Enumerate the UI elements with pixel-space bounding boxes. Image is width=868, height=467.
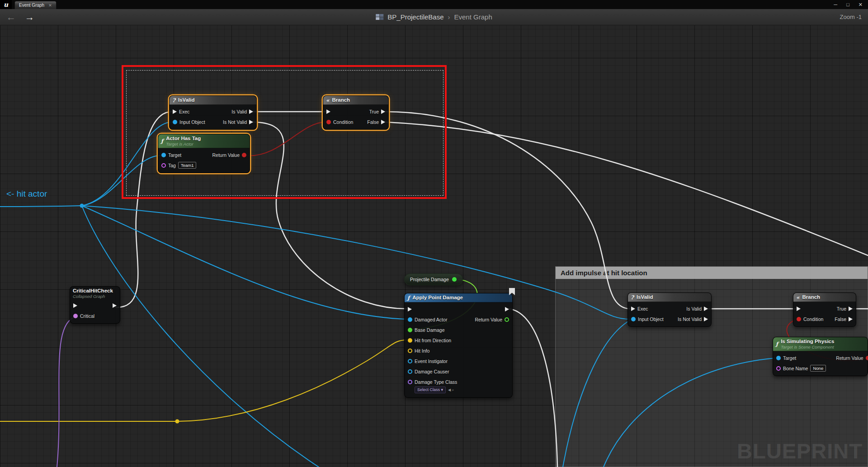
question-icon: ?: [631, 295, 634, 300]
pin-row: False: [831, 315, 856, 323]
hit-info-pin-icon[interactable]: [408, 349, 412, 353]
pin-row: Is Not Valid: [675, 315, 711, 323]
bone-name-pin-icon[interactable]: [776, 366, 781, 371]
node-projectile-damage[interactable]: Projectile Damage: [404, 274, 463, 285]
node-is-simulating-physics[interactable]: ƒIs Simulating PhysicsTarget is Scene Co…: [773, 337, 868, 376]
unreal-logo-icon: u: [0, 0, 12, 9]
pin-label: Critical: [80, 313, 94, 319]
pin-row: Base Damage: [405, 325, 460, 334]
forward-button[interactable]: →: [25, 12, 34, 22]
pin-row: Is Valid: [675, 304, 711, 313]
hit-from-direction-pin-icon[interactable]: [408, 338, 412, 343]
exec-pin-icon[interactable]: [704, 307, 708, 311]
exec-pin-icon[interactable]: [505, 307, 509, 311]
back-button[interactable]: ←: [6, 12, 16, 22]
exec-pin-icon[interactable]: [631, 307, 635, 311]
window-controls: ─ □ ✕: [828, 0, 868, 9]
node-title: Projectile Damage: [410, 277, 449, 282]
node-header: CriticalHitCheckCollapsed Graph: [70, 287, 120, 299]
damage-type-class-pin-icon[interactable]: [408, 380, 412, 384]
pin-label: Event Instigator: [415, 359, 448, 364]
pin-label: Damaged Actor: [415, 317, 447, 322]
base-damage-pin-icon[interactable]: [408, 328, 412, 332]
breadcrumb-current[interactable]: Event Graph: [454, 13, 492, 21]
pin-row: Damage Causer: [405, 367, 460, 376]
target-pin-icon[interactable]: [776, 356, 781, 360]
tab-title: Event Graph: [19, 3, 44, 8]
close-button[interactable]: ✕: [859, 2, 863, 8]
pin-row: Target: [773, 354, 829, 362]
node-title: Is Simulating Physics: [781, 339, 834, 344]
pin-label: Damage Causer: [415, 369, 449, 374]
exec-pin-icon[interactable]: [704, 317, 708, 321]
breadcrumb-root[interactable]: BP_ProjectileBase: [387, 13, 443, 21]
tab-bar: u Event Graph ✕ ─ □ ✕: [0, 0, 868, 9]
node-title: IsValid: [637, 294, 653, 300]
node-subtitle: Collapsed Graph: [73, 294, 113, 299]
event-graph-canvas[interactable]: Add impulse at hit location BLUEPRINT <-…: [0, 0, 868, 467]
maximize-button[interactable]: □: [846, 2, 849, 7]
damage-causer-pin-icon[interactable]: [408, 369, 412, 374]
damaged-actor-pin-icon[interactable]: [408, 317, 412, 322]
pin-row: Bone NameNone: [773, 364, 829, 373]
tab-event-graph[interactable]: Event Graph ✕: [14, 1, 57, 9]
pin-row: [472, 305, 512, 313]
return-value-pin-icon[interactable]: [866, 356, 868, 360]
pin-row: Return Value: [833, 354, 868, 362]
pin-label: Exec: [637, 306, 648, 311]
pin-row: Damaged Actor: [405, 315, 460, 324]
node-header: ƒApply Point Damage: [405, 293, 512, 302]
class-selector-icons: ◀ ⌕: [448, 388, 454, 392]
data-pin-icon[interactable]: [452, 277, 457, 282]
exec-pin-icon[interactable]: [849, 307, 853, 311]
event-instigator-pin-icon[interactable]: [408, 359, 412, 363]
pin-row: Return Value: [472, 315, 512, 324]
pin-row: [793, 304, 826, 313]
zoom-level: Zoom -1: [840, 14, 862, 20]
input-object-pin-icon[interactable]: [631, 317, 636, 321]
node-branch-2[interactable]: «BranchConditionTrueFalse: [793, 292, 856, 327]
return-value-pin-icon[interactable]: [505, 317, 509, 322]
node-title: Apply Point Damage: [412, 295, 463, 301]
node-title: Branch: [802, 294, 821, 300]
pin-value-field[interactable]: None: [810, 365, 826, 372]
graph-toolbar: ← → BP_ProjectileBase › Event Graph Zoom…: [0, 9, 868, 25]
pin-label: Return Value: [475, 317, 502, 322]
condition-pin-icon[interactable]: [797, 317, 801, 321]
node-header: ?IsValid: [628, 293, 711, 302]
pin-label: Is Valid: [686, 306, 702, 311]
pin-label: Input Object: [638, 316, 664, 322]
node-isvalid-2[interactable]: ?IsValidExecInput ObjectIs ValidIs Not V…: [627, 292, 712, 327]
exec-pin-icon[interactable]: [797, 307, 801, 311]
pin-label: Damage Type Class: [415, 379, 457, 385]
node-critical-hit-check[interactable]: CriticalHitCheckCollapsed GraphCritical: [70, 286, 120, 324]
pin-label: Condition: [803, 316, 823, 322]
pin-row: Input Object: [628, 315, 667, 323]
pin-row: Hit Info: [405, 346, 460, 355]
node-title: CriticalHitCheck: [73, 288, 113, 294]
class-selector-dropdown[interactable]: Select Class ▾: [415, 387, 446, 393]
pin-label: Return Value: [836, 355, 863, 361]
minimize-button[interactable]: ─: [834, 2, 837, 7]
pin-label: Bone Name: [783, 366, 808, 371]
node-header: ƒIs Simulating PhysicsTarget is Scene Co…: [773, 337, 868, 351]
breadcrumb-separator: ›: [448, 13, 450, 21]
pin-row: Damage Type ClassSelect Class ▾◀ ⌕: [405, 377, 460, 394]
exec-pin-icon[interactable]: [849, 317, 853, 321]
exec-pin-icon[interactable]: [113, 303, 117, 308]
pin-label: Target: [783, 355, 796, 361]
critical-pin-icon[interactable]: [73, 314, 78, 318]
tab-close-icon[interactable]: ✕: [48, 3, 52, 8]
node-header: «Branch: [793, 293, 856, 302]
exec-pin-icon[interactable]: [73, 303, 77, 308]
pin-label: Hit Info: [415, 348, 429, 354]
exec-pin-icon[interactable]: [408, 307, 412, 311]
pin-row: [405, 305, 460, 313]
blueprint-icon: [376, 14, 383, 20]
pin-row: Event Instigator: [405, 357, 460, 365]
node-apply-point-damage[interactable]: ƒApply Point DamageDamaged ActorBase Dam…: [404, 293, 513, 398]
pin-row: Exec: [628, 304, 667, 313]
pin-row: Critical: [70, 311, 98, 320]
node-subtitle: Target is Scene Component: [781, 344, 834, 349]
breadcrumb: BP_ProjectileBase › Event Graph: [376, 13, 492, 21]
